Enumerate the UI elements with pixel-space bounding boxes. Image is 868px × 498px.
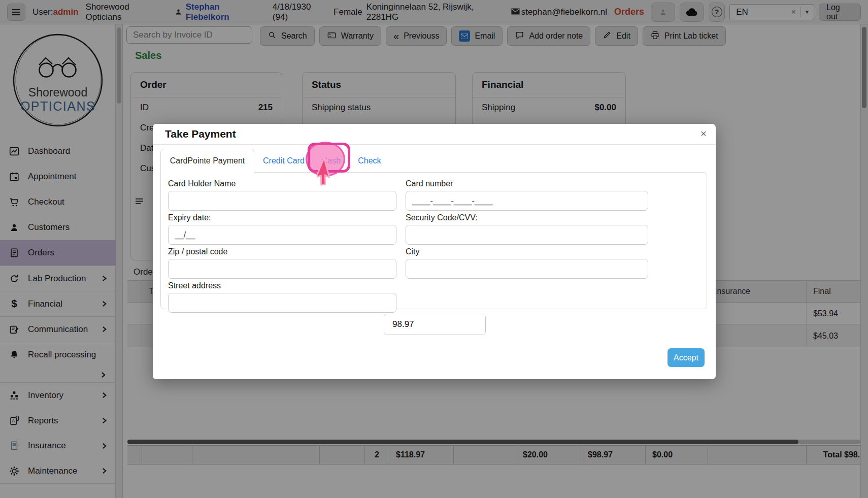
app: User:admin Shorewood Opticians Stephan F…	[0, 0, 868, 498]
tab-credit-card[interactable]: Credit Card	[254, 149, 313, 173]
street-label: Street address	[168, 281, 396, 290]
expiry-input[interactable]	[168, 225, 396, 245]
payment-tabs: CardPointe Payment Credit Card Cash Chec…	[160, 149, 390, 173]
tab-check[interactable]: Check	[349, 149, 389, 173]
street-input[interactable]	[168, 293, 396, 313]
card-number-input[interactable]	[406, 191, 648, 211]
amount-stepper: ▲ ▼	[384, 314, 486, 335]
city-label: City	[406, 247, 648, 256]
zip-input[interactable]	[168, 259, 396, 279]
card-number-label: Card number	[406, 179, 648, 188]
expiry-label: Expiry date:	[168, 213, 396, 222]
cvv-input[interactable]	[406, 225, 648, 245]
accept-button[interactable]: Accept	[667, 348, 705, 367]
take-payment-modal: Take Payment × CardPointe Payment Credit…	[153, 124, 716, 379]
close-icon[interactable]: ×	[700, 128, 707, 139]
cursor-icon	[317, 157, 340, 187]
card-holder-label: Card Holder Name	[168, 179, 396, 188]
city-input[interactable]	[406, 259, 648, 279]
cardpointe-form-panel: Card Holder Name Card number Expiry date…	[160, 172, 707, 309]
tab-cardpointe-payment[interactable]: CardPointe Payment	[160, 149, 254, 173]
zip-label: Zip / postal code	[168, 247, 396, 256]
amount-input[interactable]	[384, 314, 486, 335]
cvv-label: Security Code/CVV:	[406, 213, 648, 222]
modal-header: Take Payment	[153, 124, 716, 145]
modal-title: Take Payment	[165, 128, 236, 140]
card-holder-input[interactable]	[168, 191, 396, 211]
